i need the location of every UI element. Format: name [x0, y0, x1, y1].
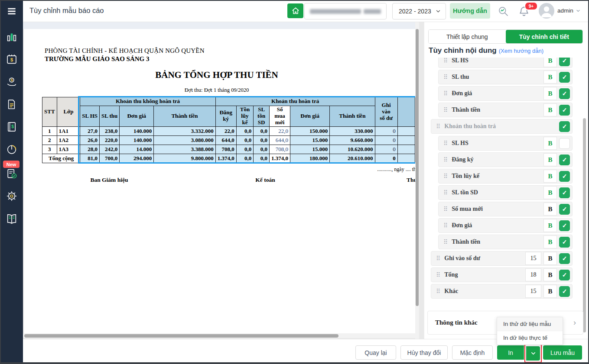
list-item[interactable]: ⠿ Thành tiền B [438, 103, 573, 117]
visibility-checkbox[interactable] [559, 253, 570, 264]
report-table[interactable]: STT Lớp Khoản thu không hoàn trả Khoản t… [42, 97, 415, 163]
drag-handle-icon[interactable]: ⠿ [443, 140, 448, 146]
school-selector[interactable] [304, 3, 387, 19]
visibility-checkbox[interactable] [559, 121, 570, 132]
bold-button[interactable]: B [543, 137, 557, 150]
print-button[interactable]: In [497, 345, 524, 360]
cancel-changes-button[interactable]: Hủy thay đổi [400, 345, 448, 360]
print-dropdown-button[interactable] [526, 346, 540, 361]
sidebar-item-ledger[interactable]: $ [0, 118, 23, 135]
drag-handle-icon[interactable]: ⠿ [443, 222, 448, 229]
sidebar-item-dashboard[interactable] [0, 28, 23, 45]
drag-handle-icon[interactable]: ⠿ [443, 90, 448, 97]
visibility-checkbox[interactable] [559, 237, 570, 248]
bold-button[interactable]: B [543, 71, 557, 84]
bold-button[interactable]: B [543, 252, 557, 265]
horizontal-scrollbar-thumb[interactable] [24, 334, 338, 338]
drag-handle-icon[interactable]: ⠿ [443, 107, 448, 113]
tab-detailed-customize[interactable]: Tùy chỉnh chi tiết [506, 30, 583, 43]
visibility-checkbox[interactable] [559, 270, 570, 280]
guide-button[interactable]: Hướng dẫn [450, 3, 490, 19]
drag-handle-icon[interactable]: ⠿ [443, 173, 448, 179]
save-template-button[interactable]: Lưu mẫu [543, 345, 582, 360]
hamburger-menu-button[interactable] [0, 3, 23, 20]
list-item[interactable]: ⠿ Tồn lũy kế B [438, 169, 573, 184]
drag-handle-icon[interactable]: ⠿ [443, 239, 448, 245]
svg-text:$: $ [11, 124, 14, 129]
search-button[interactable] [496, 4, 510, 18]
font-size-input[interactable]: 15 [525, 285, 541, 298]
list-item-group[interactable]: ⠿ Khoản thu hoàn trả [431, 119, 573, 134]
list-item[interactable]: ⠿ SL tồn SD B [438, 185, 573, 200]
menu-item-print-sample-data[interactable]: In thử dữ liệu mẫu [497, 317, 563, 331]
drag-handle-icon[interactable]: ⠿ [436, 272, 440, 278]
drag-handle-icon[interactable]: ⠿ [436, 255, 440, 261]
sidebar-item-handbook[interactable] [0, 210, 23, 228]
drag-handle-icon[interactable]: ⠿ [443, 58, 448, 64]
visibility-checkbox[interactable] [559, 171, 570, 182]
home-button[interactable] [287, 3, 303, 18]
visibility-checkbox[interactable] [559, 220, 570, 231]
visibility-checkbox[interactable] [559, 155, 570, 165]
font-size-input[interactable]: 15 [525, 252, 541, 265]
default-button[interactable]: Mặc định [452, 345, 493, 360]
drag-handle-icon[interactable]: ⠿ [443, 74, 448, 80]
font-size-input[interactable]: 18 [525, 268, 541, 281]
list-item[interactable]: ⠿ Đăng ký B [438, 152, 573, 167]
drag-handle-icon[interactable]: ⠿ [443, 157, 448, 163]
sidebar-item-settings[interactable] [0, 187, 23, 205]
bold-button[interactable]: B [543, 219, 557, 232]
list-item[interactable]: ⠿ Thành tiền B [438, 235, 573, 249]
item-label: Đăng ký [452, 156, 473, 163]
panel-scrollbar-thumb[interactable] [583, 118, 586, 332]
drag-handle-icon[interactable]: ⠿ [443, 206, 448, 212]
list-item[interactable]: ⠿ SL HS B [438, 58, 573, 68]
list-item[interactable]: ⠿ SL thu B [438, 70, 573, 84]
back-button[interactable]: Quay lại [355, 345, 396, 360]
list-item[interactable]: ⠿ Đơn giá B [438, 218, 573, 233]
bold-button[interactable]: B [543, 153, 557, 166]
top-bar: Tùy chỉnh mẫu báo cáo 2022 - 2023 Hướng … [23, 0, 589, 22]
sidebar-item-collections[interactable]: $ [0, 73, 23, 90]
drag-handle-icon[interactable]: ⠿ [436, 123, 440, 129]
bold-button[interactable]: B [543, 103, 557, 116]
menu-item-print-real-data[interactable]: In dữ liệu thực tế [497, 331, 563, 345]
visibility-checkbox[interactable] [559, 88, 570, 99]
tab-general-setup[interactable]: Thiết lập chung [429, 30, 506, 43]
vertical-scrollbar-thumb[interactable] [416, 29, 419, 306]
bold-button[interactable]: B [543, 58, 557, 67]
list-item[interactable]: ⠿ SL HS B [438, 136, 573, 151]
bold-button[interactable]: B [543, 285, 557, 298]
col-header: Số mua mới [270, 106, 290, 127]
bold-button[interactable]: B [543, 235, 557, 248]
visibility-checkbox[interactable] [559, 286, 570, 297]
bold-button[interactable]: B [543, 186, 557, 199]
school-year-dropdown[interactable]: 2022 - 2023 [392, 3, 446, 19]
sidebar-item-documents[interactable] [0, 96, 23, 113]
visibility-checkbox[interactable] [559, 187, 570, 198]
visibility-checkbox[interactable] [559, 204, 570, 215]
avatar[interactable] [539, 3, 554, 19]
list-item-group[interactable]: ⠿ Khác 15 B [431, 284, 573, 299]
redacted-school-name [310, 9, 361, 14]
visibility-checkbox[interactable] [559, 72, 570, 83]
bold-button[interactable]: B [543, 170, 557, 183]
bold-button[interactable]: B [543, 203, 557, 216]
list-item[interactable]: ⠿ Số mua mới B [438, 202, 573, 216]
report-horizontal-scrollbar [23, 333, 415, 338]
bold-button[interactable]: B [543, 268, 557, 281]
visibility-checkbox[interactable] [559, 58, 570, 66]
visibility-checkbox[interactable] [559, 105, 570, 116]
visibility-checkbox[interactable] [559, 138, 570, 149]
book-dollar-icon: $ [6, 121, 18, 133]
drag-handle-icon[interactable]: ⠿ [436, 288, 440, 294]
list-item-group[interactable]: ⠿ Tổng 18 B [431, 267, 573, 282]
sidebar-item-fee-schedule[interactable]: $ [0, 51, 23, 68]
sidebar-item-reports[interactable] [0, 141, 23, 158]
bold-button[interactable]: B [543, 87, 557, 100]
list-item-group[interactable]: ⠿ Ghi vào số dư 15 B [431, 251, 573, 266]
list-item[interactable]: ⠿ Đơn giá B [438, 86, 573, 101]
user-menu[interactable]: admin [557, 7, 581, 14]
drag-handle-icon[interactable]: ⠿ [443, 190, 448, 196]
view-guide-link[interactable]: (Xem hướng dẫn) [499, 48, 543, 54]
